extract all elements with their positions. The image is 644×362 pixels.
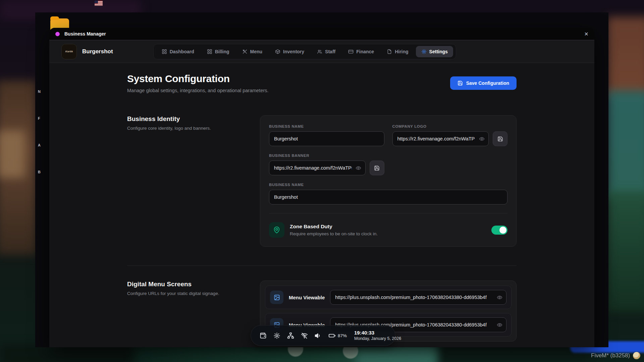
- business-name-input[interactable]: [269, 131, 384, 146]
- page-title: System Configuration: [127, 73, 269, 84]
- business-banner-input[interactable]: [269, 161, 366, 175]
- battery-icon: [328, 332, 336, 339]
- save-icon: [497, 136, 503, 142]
- battery-status[interactable]: 87%: [328, 332, 347, 339]
- save-banner-button[interactable]: [370, 161, 384, 175]
- american-flag: [95, 1, 103, 6]
- eye-icon: [479, 136, 485, 142]
- menu-screen-row: Menu Viewable: [265, 286, 512, 309]
- desktop-icon-label: N: [38, 89, 41, 94]
- tab-hiring[interactable]: Hiring: [381, 46, 414, 57]
- section-subtitle: Configure core identity, logo and banner…: [127, 126, 260, 131]
- map-pin-icon: [273, 226, 280, 234]
- tab-settings[interactable]: Settings: [416, 46, 453, 57]
- computer-screen: N F A B Business Manager × Kartik Burger…: [35, 12, 608, 347]
- image-icon-tile: [270, 291, 283, 304]
- app-navbar: Kartik Burgershot Dashboard Billing Menu: [49, 40, 594, 63]
- bg-wood-highlight: [0, 131, 25, 178]
- bg-floor-aqua: [356, 346, 436, 362]
- eye-icon: [497, 295, 502, 300]
- tab-dashboard[interactable]: Dashboard: [156, 46, 200, 57]
- close-button[interactable]: ×: [584, 31, 588, 37]
- business-name-heading: Burgershot: [82, 48, 113, 55]
- business-manager-window: Business Manager × Kartik Burgershot Das…: [49, 28, 594, 347]
- tab-label: Dashboard: [170, 49, 194, 54]
- panel-divider: [269, 213, 507, 214]
- company-logo-input[interactable]: [392, 131, 489, 146]
- grid-icon: [207, 49, 212, 54]
- battery-percent: 87%: [338, 333, 347, 338]
- section-intro: Digital Menu Screens Configure URLs for …: [127, 281, 260, 342]
- settings-content: System Configuration Manage global setti…: [49, 63, 594, 347]
- toggle-knob: [499, 227, 506, 234]
- company-logo-tile: Kartik: [61, 44, 77, 59]
- zone-duty-title: Zone Based Duty: [290, 224, 378, 230]
- tab-finance[interactable]: Finance: [343, 46, 379, 57]
- section-divider: [127, 265, 517, 266]
- business-name-label: BUSINESS NAME: [269, 183, 507, 187]
- clock-time: 19:40:33: [354, 330, 401, 336]
- business-banner-field-group: BUSINESS BANNER: [269, 154, 384, 175]
- file-icon: [387, 49, 392, 54]
- clock[interactable]: 19:40:33 Monday, January 5, 2026: [354, 330, 401, 341]
- window-title: Business Manager: [64, 31, 106, 37]
- eye-icon: [356, 165, 361, 171]
- save-icon: [458, 80, 463, 86]
- business-identity-panel: BUSINESS NAME COMPANY LOGO: [260, 115, 517, 247]
- tab-label: Hiring: [395, 49, 408, 54]
- image-icon: [274, 294, 280, 301]
- window-titlebar: Business Manager ×: [49, 28, 594, 40]
- network-sitemap-icon[interactable]: [287, 332, 294, 339]
- users-icon: [317, 49, 322, 54]
- desktop-icon-label: F: [38, 116, 40, 120]
- preview-eye-button[interactable]: [495, 320, 504, 329]
- tab-label: Menu: [250, 49, 263, 54]
- wifi-off-icon[interactable]: [301, 332, 308, 339]
- page-subtitle: Manage global settings, integrations, an…: [127, 88, 269, 93]
- preview-eye-button[interactable]: [477, 134, 486, 143]
- utensils-icon: [242, 49, 248, 54]
- section-subtitle: Configure URLs for your static digital s…: [127, 291, 260, 296]
- tab-label: Inventory: [283, 49, 304, 54]
- nav-tabs: Dashboard Billing Menu Inventory Staff: [153, 44, 456, 59]
- taco-icon: [633, 352, 640, 359]
- volume-icon[interactable]: [315, 332, 322, 339]
- zone-based-duty-row: Zone Based Duty Require employees to be …: [269, 222, 507, 238]
- company-logo-image: Kartik: [65, 50, 73, 53]
- business-name-field-group: BUSINESS NAME: [269, 124, 384, 146]
- tab-staff[interactable]: Staff: [312, 46, 341, 57]
- wallet-icon[interactable]: [260, 332, 267, 339]
- desktop-icon-label: A: [38, 143, 41, 147]
- business-name2-field-group: BUSINESS NAME: [269, 183, 507, 204]
- desktop-icon-label: B: [38, 170, 41, 174]
- section-intro: Business Identity Configure core identit…: [127, 115, 260, 247]
- bg-mural-green: [607, 191, 644, 312]
- tab-label: Finance: [356, 49, 374, 54]
- company-logo-label: COMPANY LOGO: [392, 124, 508, 128]
- tab-inventory[interactable]: Inventory: [270, 46, 310, 57]
- bg-mural-rust: [607, 17, 644, 97]
- zone-duty-toggle[interactable]: [491, 226, 507, 235]
- bg-mural-teal: [607, 90, 644, 198]
- preview-eye-button[interactable]: [495, 293, 504, 302]
- tab-billing[interactable]: Billing: [202, 46, 235, 57]
- gear-icon[interactable]: [273, 332, 280, 339]
- page-header: System Configuration Manage global setti…: [127, 73, 517, 93]
- preview-eye-button[interactable]: [354, 164, 363, 172]
- menu-url-input[interactable]: [330, 290, 506, 305]
- business-banner-label: BUSINESS BANNER: [269, 154, 384, 158]
- business-name-input-2[interactable]: [269, 190, 507, 204]
- tab-menu[interactable]: Menu: [237, 46, 268, 57]
- clock-date: Monday, January 5, 2026: [354, 336, 401, 342]
- tab-label: Billing: [215, 49, 229, 54]
- save-configuration-button[interactable]: Save Configuration: [450, 76, 517, 90]
- map-pin-icon-tile: [269, 222, 284, 238]
- section-title: Digital Menu Screens: [127, 281, 260, 288]
- section-title: Business Identity: [127, 115, 260, 123]
- zone-duty-subtitle: Require employees to be on-site to clock…: [290, 231, 378, 236]
- save-logo-button[interactable]: [493, 131, 507, 146]
- menu-row-label: Menu Viewable: [289, 295, 325, 300]
- tab-label: Staff: [325, 49, 335, 54]
- package-icon: [275, 49, 280, 54]
- business-name-label: BUSINESS NAME: [269, 124, 384, 128]
